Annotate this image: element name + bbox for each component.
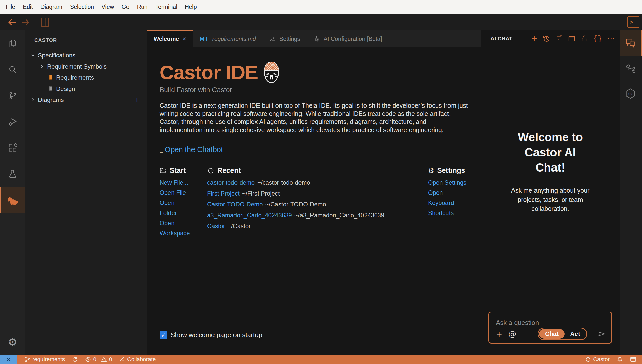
menu-go[interactable]: Go [118,0,133,14]
castor-logo [261,61,282,84]
layout-panel-icon[interactable] [568,35,575,42]
more-actions-icon[interactable]: ··· [607,35,615,42]
run-debug-icon[interactable] [0,109,25,135]
toggle-terminal-icon[interactable]: >_ [627,16,639,28]
branch-name: requirements [32,356,65,363]
menu-terminal[interactable]: Terminal [152,0,181,14]
tree-label: Requirement Symbols [47,63,107,70]
ai-question-box: + @ Chat Act [488,312,612,344]
robot-icon [313,36,320,42]
recent-link[interactable]: castor-todo-demo [207,179,255,186]
mention-at-icon[interactable]: @ [508,330,516,338]
open-settings-link[interactable]: Open Settings [428,178,468,188]
tree-item-requirements[interactable]: Requirements [25,72,147,83]
extensions-icon[interactable] [0,135,25,161]
hex-0x-icon[interactable]: 0x [620,81,642,106]
castor-status-label: Castor [593,356,610,363]
menu-file[interactable]: File [2,0,19,14]
settings-heading: Settings [437,166,465,175]
recent-path: ~/a3_Ramadori_Carlo_40243639 [294,212,384,219]
export-chat-icon[interactable] [555,35,563,42]
close-icon[interactable]: × [183,35,186,43]
remote-indicator[interactable] [0,355,17,364]
mode-chat-button[interactable]: Chat [539,329,565,339]
ai-chat-bubbles-icon[interactable] [620,30,642,56]
tab-bar: Welcome × M↓ requirements.md Settings [147,30,481,47]
tab-welcome[interactable]: Welcome × [147,30,193,47]
page-title: Castor IDE [160,61,258,84]
variables-braces-icon[interactable]: {} [593,35,602,42]
tab-ai-configuration[interactable]: AI Configuration [Beta] [307,30,389,47]
castor-ide-window: File Edit Diagram Selection View Go Run … [0,0,642,364]
keyboard-shortcuts-link[interactable]: Open Keyboard Shortcuts [428,188,468,218]
collaborate-status[interactable]: Collaborate [116,355,159,364]
tab-requirements-md[interactable]: M↓ requirements.md [193,30,263,47]
recent-link[interactable]: First Project [207,190,240,197]
flow-diagram-icon[interactable] [620,56,642,81]
split-editor-icon[interactable] [39,16,51,29]
mode-act-button[interactable]: Act [565,329,586,339]
start-heading: Start [170,166,186,175]
source-control-icon[interactable] [0,82,25,109]
chevron-right-icon [30,97,36,103]
test-flask-icon[interactable] [0,161,25,187]
back-arrow-icon[interactable] [6,16,19,29]
activity-bar: ⚙ [0,30,25,355]
menu-run[interactable]: Run [133,0,151,14]
right-activity-bar: 0x [620,30,642,355]
ai-welcome-heading: Welcome to Castor AI Chat! [512,130,588,175]
recent-link[interactable]: a3_Ramadori_Carlo_40243639 [207,212,292,219]
ask-question-input[interactable] [489,312,611,328]
menu-selection[interactable]: Selection [66,0,98,14]
error-count: 0 [93,356,96,363]
attach-plus-icon[interactable]: + [496,330,502,338]
tree-item-design[interactable]: Design [25,83,147,94]
new-file-link[interactable]: New File... [160,178,189,188]
recent-link[interactable]: Castor [207,223,225,229]
forward-arrow-icon[interactable] [19,16,31,29]
markdown-icon: M↓ [200,36,209,42]
chevron-right-icon [39,63,45,70]
git-branch-status[interactable]: requirements [21,355,68,364]
tab-settings[interactable]: Settings [263,30,307,47]
recent-link[interactable]: Castor-TODO-Demo [207,201,263,208]
open-chatbot-link[interactable]: Open the Chatbot [165,145,223,154]
new-chat-plus-icon[interactable]: + [531,35,538,42]
ai-welcome-subtext: Ask me anything about your projects, tas… [507,186,593,213]
menu-diagram[interactable]: Diagram [37,0,66,14]
castor-beaver-icon[interactable] [0,187,25,213]
menu-view[interactable]: View [98,0,118,14]
open-folder-link[interactable]: Open Folder [160,198,189,218]
tree-item-diagrams[interactable]: Diagrams + [25,94,147,105]
settings-column: ⚙ Settings Open Settings Open Keyboard S… [428,166,468,238]
tree-item-specifications[interactable]: Specifications [25,50,147,61]
menu-edit[interactable]: Edit [19,0,37,14]
castor-sidebar: CASTOR Specifications Requirement Symbol… [25,30,147,355]
terminal-glyph: >_ [630,19,636,25]
notifications-bell-icon[interactable] [613,356,626,362]
send-icon[interactable] [597,330,606,338]
sliders-icon [269,36,276,42]
startup-checkbox-row: ✓ Show welcome page on startup [160,331,468,339]
open-workspace-link[interactable]: Open Workspace [160,218,189,238]
add-diagram-button[interactable]: + [135,96,147,104]
sidebar-title: CASTOR [25,35,147,50]
missing-glyph-icon [160,147,163,153]
search-icon[interactable] [0,56,25,82]
castor-sync-status[interactable]: Castor [582,356,613,363]
open-file-link[interactable]: Open File [160,188,189,198]
tree-item-requirement-symbols[interactable]: Requirement Symbols [25,61,147,72]
manage-gear-icon[interactable]: ⚙ [0,329,25,355]
ai-chat-title: AI CHAT [490,36,512,42]
explorer-icon[interactable] [0,30,25,56]
welcome-description: Castor IDE is a next-generation IDE buil… [160,101,468,134]
panel-layout-icon[interactable] [626,356,642,362]
tab-label: Settings [279,36,300,42]
sync-status[interactable] [68,355,81,364]
startup-checkbox[interactable]: ✓ [160,331,167,339]
menu-help[interactable]: Help [181,0,201,14]
chat-history-icon[interactable] [543,35,550,42]
unlock-icon[interactable] [581,35,588,42]
history-icon [207,167,214,174]
problems-status[interactable]: 0 0 [81,355,116,364]
